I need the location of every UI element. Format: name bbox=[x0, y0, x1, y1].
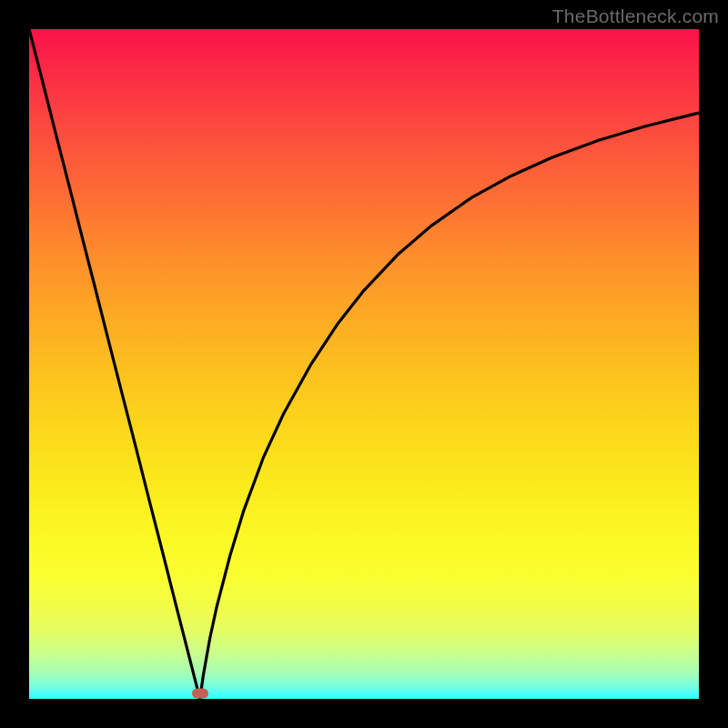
attribution-label: TheBottleneck.com bbox=[552, 5, 719, 27]
plot-area bbox=[29, 29, 699, 699]
chart-frame: TheBottleneck.com bbox=[0, 0, 728, 728]
bottleneck-curve bbox=[29, 29, 699, 699]
curve-path bbox=[29, 29, 699, 699]
minimum-marker bbox=[192, 689, 208, 699]
